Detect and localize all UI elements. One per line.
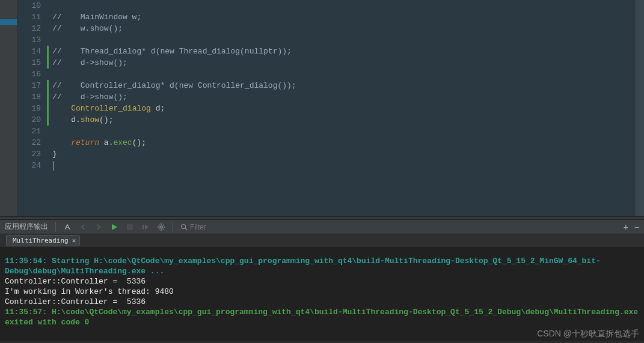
- run-icon[interactable]: [110, 223, 118, 231]
- svg-line-10: [163, 228, 164, 229]
- line-number: 21: [18, 126, 41, 137]
- svg-line-12: [163, 225, 164, 225]
- line-number: 17: [18, 80, 41, 91]
- console-line: I'm working in Worker's thread: 9480: [5, 287, 639, 297]
- svg-marker-3: [145, 225, 149, 229]
- svg-point-4: [160, 226, 162, 228]
- code-line[interactable]: // d->show();: [52, 57, 636, 68]
- stop-icon: [126, 223, 134, 231]
- line-number: 18: [18, 91, 41, 103]
- attach-icon[interactable]: [63, 223, 72, 231]
- line-number: 19: [18, 103, 41, 114]
- line-number: 22: [18, 137, 41, 148]
- line-number: 15: [18, 57, 41, 68]
- text-cursor: [54, 161, 54, 171]
- code-line[interactable]: [52, 160, 636, 171]
- nav-back-icon: [79, 223, 87, 231]
- svg-point-13: [182, 224, 186, 228]
- line-number: 12: [18, 23, 41, 34]
- code-line[interactable]: [52, 34, 636, 46]
- line-number: 14: [18, 46, 41, 57]
- line-number: 13: [18, 34, 41, 46]
- line-number: 10: [18, 0, 41, 11]
- nav-forward-icon: [94, 223, 103, 231]
- separator: [173, 222, 173, 232]
- console-line: Controller::Controller = 5336: [5, 297, 639, 307]
- code-line[interactable]: // Controller_dialog* d(new Controller_d…: [52, 80, 636, 91]
- code-line[interactable]: Controller_dialog d;: [52, 103, 636, 114]
- editor-scrollbar[interactable]: [636, 0, 644, 216]
- code-line[interactable]: // MainWindow w;: [52, 11, 636, 23]
- output-toolbar: 应用程序输出 + −: [0, 220, 644, 234]
- close-icon[interactable]: ✕: [72, 237, 76, 244]
- output-tab-multithreading[interactable]: MultiThreading ✕: [6, 235, 80, 246]
- line-number: 20: [18, 114, 41, 126]
- gear-icon[interactable]: [157, 223, 165, 231]
- code-line[interactable]: d.show();: [52, 114, 636, 126]
- code-line[interactable]: return a.exec();: [52, 137, 636, 148]
- svg-marker-1: [112, 224, 117, 230]
- code-line[interactable]: // w.show();: [52, 23, 636, 34]
- code-editor[interactable]: 101112131415161718192021222324 // MainWi…: [0, 0, 644, 216]
- zoom-in-icon[interactable]: +: [624, 222, 628, 232]
- line-number: 24: [18, 160, 41, 171]
- code-line[interactable]: // d->show();: [52, 91, 636, 103]
- console-line: Controller::Controller = 5336: [5, 276, 639, 287]
- line-number: 11: [18, 11, 41, 23]
- sidebar-marker: [0, 19, 17, 25]
- code-content[interactable]: // MainWindow w;// w.show();// Thread_di…: [49, 0, 636, 216]
- svg-line-11: [159, 228, 159, 229]
- filter-wrap[interactable]: [180, 223, 262, 231]
- line-number: 16: [18, 68, 41, 80]
- code-line[interactable]: // Thread_dialog* d(new Thread_dialog(nu…: [52, 46, 636, 57]
- code-line[interactable]: [52, 126, 636, 137]
- watermark: CSDN @十秒耿直拆包选手: [537, 329, 639, 339]
- separator: [55, 222, 56, 232]
- console-line: 11:35:54: Starting H:\code\QtCode\my_exa…: [5, 256, 639, 276]
- svg-line-14: [185, 228, 187, 230]
- code-line[interactable]: [52, 68, 636, 80]
- output-tab-label: MultiThreading: [13, 237, 69, 244]
- search-icon: [180, 223, 188, 231]
- code-line[interactable]: [52, 0, 636, 11]
- line-number: 23: [18, 148, 41, 160]
- output-tabs-bar: MultiThreading ✕: [0, 234, 644, 247]
- output-console[interactable]: 11:35:54: Starting H:\code\QtCode\my_exa…: [0, 247, 644, 341]
- line-number-gutter: 101112131415161718192021222324: [18, 0, 47, 216]
- zoom-out-icon[interactable]: −: [634, 222, 639, 232]
- left-sidebar: [0, 0, 18, 216]
- output-panel-title: 应用程序输出: [5, 222, 48, 232]
- filter-input[interactable]: [190, 223, 262, 231]
- step-icon: [141, 223, 150, 231]
- svg-rect-2: [143, 225, 144, 229]
- code-line[interactable]: }: [52, 148, 636, 160]
- console-line: 11:35:57: H:\code\QtCode\my_examples\cpp…: [5, 307, 639, 327]
- svg-line-9: [159, 225, 159, 225]
